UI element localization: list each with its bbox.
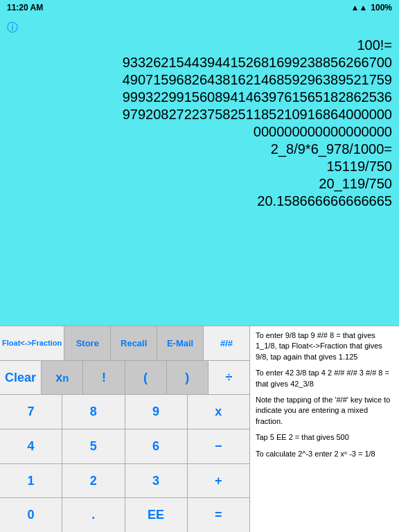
- key-subtract[interactable]: −: [188, 429, 249, 463]
- key-row-3: 4 5 6 −: [0, 429, 249, 464]
- info-icon[interactable]: ⓘ: [7, 21, 392, 35]
- display-area: ⓘ 100!=933262154439441526816992388562667…: [0, 15, 399, 326]
- status-bar: 11:20 AM ▲▲ 100%: [0, 0, 399, 15]
- keypad-area: Float<->Fraction Store Recall E-Mail #/#…: [0, 326, 399, 532]
- key-add[interactable]: +: [188, 464, 249, 498]
- help-paragraph-3: Tap 5 EE 2 = that gives 500: [256, 432, 393, 443]
- key-5[interactable]: 5: [62, 429, 125, 463]
- key-ee[interactable]: EE: [125, 498, 188, 532]
- key-row-0: Float<->Fraction Store Recall E-Mail #/#: [0, 326, 249, 361]
- wifi-icon: ▲▲: [351, 3, 368, 12]
- key-decimal[interactable]: .: [62, 498, 125, 532]
- key-equals[interactable]: =: [188, 498, 249, 532]
- help-paragraph-0: To enter 9/8 tap 9 #/# 8 = that gives 1_…: [256, 330, 393, 362]
- key-9[interactable]: 9: [125, 395, 188, 429]
- key-clear[interactable]: Clear: [0, 361, 42, 395]
- key-float-fraction[interactable]: Float<->Fraction: [0, 326, 64, 360]
- keypad: Float<->Fraction Store Recall E-Mail #/#…: [0, 326, 249, 532]
- key-8[interactable]: 8: [62, 395, 125, 429]
- key-row-4: 1 2 3 +: [0, 464, 249, 499]
- key-factorial[interactable]: !: [83, 361, 125, 395]
- key-row-5: 0 . EE =: [0, 498, 249, 532]
- key-7[interactable]: 7: [0, 395, 62, 429]
- display-text: 100!=93326215443944152681699238856266700…: [7, 37, 392, 210]
- key-email[interactable]: E-Mail: [157, 326, 204, 360]
- status-time-date: 11:20 AM: [7, 3, 43, 12]
- key-multiply[interactable]: x: [188, 395, 249, 429]
- key-3[interactable]: 3: [125, 464, 188, 498]
- key-2[interactable]: 2: [62, 464, 125, 498]
- key-row-2: 7 8 9 x: [0, 395, 249, 429]
- help-paragraph-2: Note the tapping of the '#/#' key twice …: [256, 395, 393, 427]
- key-recall[interactable]: Recall: [111, 326, 157, 360]
- key-row-1: Clear xn ! ( ) ÷: [0, 361, 249, 396]
- key-store[interactable]: Store: [64, 326, 111, 360]
- key-1[interactable]: 1: [0, 464, 62, 498]
- key-power[interactable]: xn: [42, 361, 83, 395]
- help-paragraph-4: To calculate 2^-3 enter 2 xⁿ -3 = 1/8: [256, 449, 393, 459]
- key-close-paren[interactable]: ): [167, 361, 209, 395]
- help-paragraph-1: To enter 42 3/8 tap 4 2 #/# #/# 3 #/# 8 …: [256, 368, 393, 389]
- key-divide[interactable]: ÷: [209, 361, 249, 395]
- key-hash-slash-hash[interactable]: #/#: [204, 326, 249, 360]
- key-6[interactable]: 6: [125, 429, 188, 463]
- key-4[interactable]: 4: [0, 429, 62, 463]
- key-0[interactable]: 0: [0, 498, 62, 532]
- battery-label: 100%: [371, 3, 392, 12]
- key-open-paren[interactable]: (: [125, 361, 167, 395]
- help-panel: To enter 9/8 tap 9 #/# 8 = that gives 1_…: [249, 326, 399, 532]
